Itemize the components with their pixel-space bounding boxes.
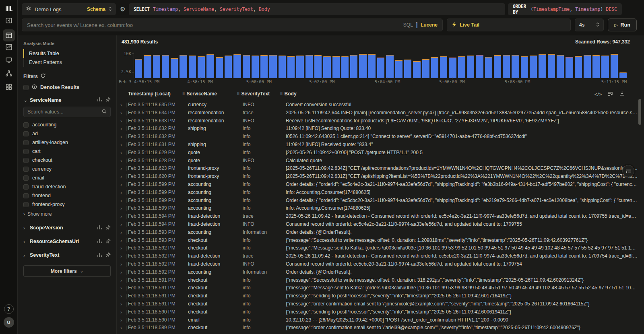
histogram-bar[interactable] — [592, 55, 600, 78]
schema-selector[interactable]: Schema — [87, 6, 105, 12]
checkbox[interactable] — [23, 184, 29, 190]
run-query-button[interactable]: ▷ Run — [608, 19, 637, 31]
checkbox[interactable] — [23, 131, 29, 136]
log-row[interactable]: ›Feb 3 5:11:18.599 PMaccountinginfoOrder… — [117, 197, 644, 205]
histogram-bar[interactable] — [323, 56, 330, 78]
histogram-bar[interactable] — [279, 56, 286, 78]
histogram-bar[interactable] — [485, 57, 492, 78]
expand-row-icon[interactable]: › — [120, 268, 125, 276]
filter-group-scopeversion[interactable]: ›ScopeVersion — [23, 223, 111, 232]
filter-value-artillery-loadgen[interactable]: artillery-loadgen — [23, 138, 111, 147]
histogram-bar[interactable] — [260, 55, 268, 78]
expand-row-icon[interactable]: › — [120, 252, 125, 260]
histogram-bar[interactable] — [314, 55, 322, 78]
histogram-bar[interactable] — [269, 55, 277, 78]
expand-row-icon[interactable]: › — [120, 157, 125, 165]
log-row[interactable]: ›Feb 3 5:11:18.593 PMcheckoutinfo{"messa… — [117, 237, 644, 245]
log-row[interactable]: ›Feb 3 5:11:18.592 PMfraud-detectionINFO… — [117, 260, 644, 268]
log-row[interactable]: ›Feb 3 5:11:18.632 PMshippinginfo11:09:4… — [117, 125, 644, 133]
histogram-bar[interactable] — [494, 55, 501, 78]
expand-row-icon[interactable]: › — [120, 189, 125, 197]
histogram-bar[interactable] — [548, 54, 555, 78]
group-pin-icon[interactable] — [106, 239, 111, 245]
language-toggle-sql[interactable]: SQL — [403, 22, 413, 28]
log-row[interactable]: ›Feb 3 5:11:18.599 PMaccountinginfoinfo:… — [117, 204, 644, 212]
histogram-bar[interactable] — [584, 55, 591, 78]
histogram-bar[interactable] — [359, 54, 366, 78]
log-row[interactable]: ›Feb 3 5:11:18.632 PMinfoI0526 11:09:42.… — [117, 133, 644, 141]
row-options-floating-button[interactable] — [622, 165, 634, 177]
live-tail-button[interactable]: Live Tail — [447, 19, 571, 31]
show-more-button[interactable]: › Show more — [23, 210, 111, 219]
analysis-mode-event-patterns[interactable]: Event Patterns — [23, 58, 111, 67]
analysis-mode-results-table[interactable]: Results Table — [23, 49, 111, 58]
denoise-checkbox[interactable] — [23, 85, 29, 90]
language-toggle-lucene[interactable]: Lucene — [421, 22, 438, 28]
histogram-bar[interactable] — [287, 56, 295, 78]
histogram-bar[interactable] — [404, 60, 411, 78]
histogram-bar[interactable] — [422, 59, 429, 78]
expand-row-icon[interactable]: › — [120, 117, 125, 125]
histogram-bar[interactable] — [575, 56, 582, 78]
checkbox[interactable] — [23, 175, 29, 181]
log-row[interactable]: ›Feb 3 5:11:18.594 PMfraud-detectionINFO… — [117, 221, 644, 229]
chart-explorer-nav-icon[interactable] — [5, 43, 12, 51]
service-map-nav-icon[interactable] — [5, 70, 12, 77]
expand-row-icon[interactable]: › — [120, 292, 125, 300]
histogram-bar[interactable] — [144, 55, 151, 78]
column-header-severitytext[interactable]: ⠿SeverityText — [237, 91, 270, 97]
settings-gear-icon[interactable]: ⚙ — [118, 4, 127, 15]
histogram-bar[interactable] — [413, 61, 420, 78]
refresh-filters-icon[interactable] — [41, 73, 45, 79]
histogram-bar[interactable] — [206, 54, 214, 78]
filter-value-currency[interactable]: currency — [23, 165, 111, 173]
filter-group-severitytext[interactable]: ›SeverityText — [23, 251, 111, 260]
histogram-bar[interactable] — [233, 54, 241, 78]
histogram-bar[interactable] — [171, 58, 178, 78]
histogram-bar[interactable] — [350, 55, 357, 78]
column-header-servicename[interactable]: ⠿ServiceName — [182, 91, 217, 97]
expand-row-icon[interactable]: › — [120, 125, 125, 133]
log-row[interactable]: ›Feb 3 5:11:18.593 PMaccountingInformati… — [117, 229, 644, 237]
log-row[interactable]: ›Feb 3 5:11:18.590 PMemailinfo10.32.10.2… — [117, 316, 644, 324]
expand-row-icon[interactable]: › — [120, 165, 125, 173]
log-row[interactable]: ›Feb 3 5:11:18.623 PMfrontend-proxyinfo[… — [117, 165, 644, 173]
wrap-lines-icon[interactable] — [608, 91, 613, 97]
sql-orderby-editor[interactable]: ORDER BY (TimestampTime, Timestamp) DESC — [508, 3, 622, 15]
column-header-timestamp[interactable]: Timestamp (Local) — [128, 91, 171, 97]
histogram-bar[interactable] — [611, 54, 618, 78]
expand-row-icon[interactable]: › — [120, 308, 125, 316]
log-row[interactable]: ›Feb 3 5:11:18.594 PMfraud-detectiontrac… — [117, 212, 644, 221]
view-sql-icon[interactable]: </> — [594, 92, 602, 97]
log-row[interactable]: ›Feb 3 5:11:18.599 PMaccountinginfoinfo:… — [117, 189, 644, 197]
expand-row-icon[interactable]: › — [120, 181, 125, 189]
histogram-bar[interactable] — [458, 56, 465, 78]
filter-group-resourceschemaurl[interactable]: ›ResourceSchemaUrl — [23, 237, 111, 246]
histogram-bar[interactable] — [225, 56, 232, 78]
histogram-bar[interactable] — [377, 58, 384, 78]
table-scrollbar-thumb[interactable] — [638, 99, 641, 125]
log-row[interactable]: ›Feb 3 5:11:18.589 PMcheckoutinfo{"messa… — [117, 324, 644, 332]
histogram-bar[interactable] — [539, 54, 546, 78]
log-row[interactable]: ›Feb 3 5:11:18.629 PMquoteinfo[2025-05-2… — [117, 149, 644, 157]
histogram-bar[interactable] — [449, 58, 456, 78]
histogram-bar[interactable] — [503, 55, 510, 78]
drag-handle-icon[interactable]: ⠿ — [237, 92, 239, 96]
checkbox[interactable] — [23, 149, 29, 154]
expand-row-icon[interactable]: › — [120, 109, 125, 117]
expand-row-icon[interactable]: › — [120, 284, 125, 292]
sessions-nav-icon[interactable] — [5, 56, 12, 64]
histogram-bar[interactable] — [395, 60, 402, 78]
checkbox[interactable] — [23, 202, 29, 207]
expand-row-icon[interactable]: › — [120, 276, 125, 285]
filter-group-servicename[interactable]: ⌄ ServiceName — [23, 97, 111, 103]
histogram-bar[interactable] — [243, 55, 250, 78]
drag-handle-icon[interactable]: ⠿ — [280, 92, 283, 96]
histogram-bar[interactable] — [198, 56, 205, 78]
histogram-bar[interactable] — [216, 57, 223, 78]
log-row[interactable]: ›Feb 3 5:11:18.635 PMcurrencyINFOConvert… — [117, 101, 644, 109]
log-row[interactable]: ›Feb 3 5:11:18.591 PMcheckoutinfo{"messa… — [117, 300, 644, 308]
column-header-body[interactable]: ⠿Body — [280, 91, 297, 97]
histogram-bar[interactable] — [368, 54, 376, 78]
expand-row-icon[interactable]: › — [120, 316, 125, 324]
